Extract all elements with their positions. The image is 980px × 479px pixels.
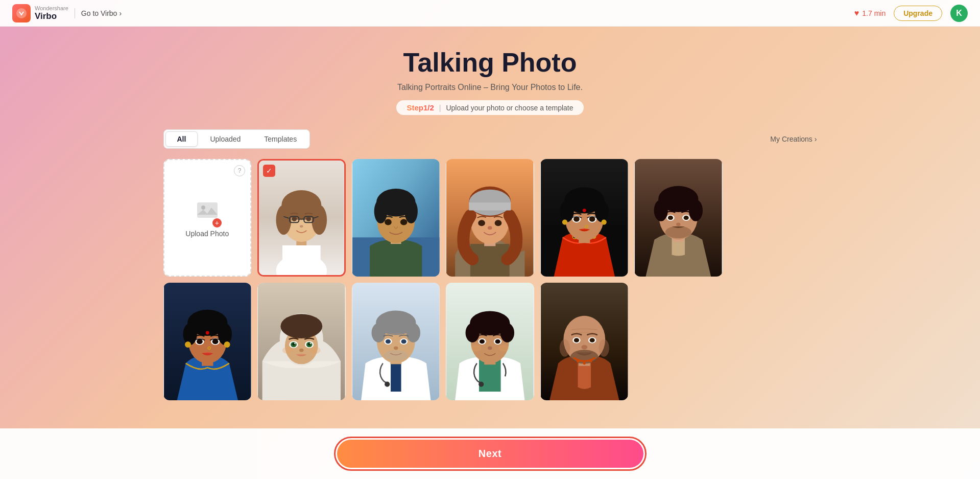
tab-uploaded[interactable]: Uploaded <box>199 131 252 147</box>
svg-point-44 <box>560 200 573 222</box>
svg-point-121 <box>495 339 500 344</box>
portrait-card-man-vest[interactable] <box>634 159 723 277</box>
svg-point-117 <box>500 323 514 342</box>
portrait-image-doctor-female <box>446 283 534 400</box>
chevron-right-icon: › <box>119 9 122 17</box>
go-to-virbo-link[interactable]: Go to Virbo › <box>81 9 122 17</box>
photo-grid-row-1: ? + Upload Photo ✓ <box>163 159 817 277</box>
svg-point-105 <box>385 339 390 344</box>
next-button[interactable]: Next <box>337 440 643 468</box>
svg-point-137 <box>583 362 586 364</box>
help-icon[interactable]: ? <box>234 165 245 176</box>
svg-point-75 <box>196 339 202 344</box>
svg-point-46 <box>583 209 586 212</box>
portrait-image-woman-blue <box>163 283 252 400</box>
logo-brand: Wondershare <box>35 5 68 11</box>
svg-point-77 <box>212 339 218 344</box>
svg-point-0 <box>16 8 27 18</box>
portrait-image-girl-scarf <box>446 159 534 277</box>
svg-point-35 <box>478 220 485 226</box>
time-badge: ♥ 1.7 min <box>854 9 886 18</box>
svg-point-95 <box>310 347 320 354</box>
svg-point-50 <box>589 216 595 221</box>
svg-rect-1 <box>197 202 218 218</box>
page-title: Talking Photo <box>163 47 817 78</box>
svg-point-65 <box>676 222 681 226</box>
svg-point-92 <box>310 343 312 344</box>
svg-point-79 <box>224 341 230 348</box>
portrait-card-elder-man[interactable] <box>540 283 629 400</box>
check-mark-icon: ✓ <box>263 165 275 177</box>
portrait-card-woman-wrap[interactable] <box>257 283 346 400</box>
svg-point-129 <box>599 339 609 357</box>
svg-point-36 <box>495 220 502 226</box>
svg-point-98 <box>385 382 390 387</box>
svg-point-2 <box>201 206 205 210</box>
logo: Wondershare Virbo <box>12 4 68 22</box>
logo-icon <box>12 4 31 22</box>
svg-point-103 <box>406 323 420 342</box>
svg-point-134 <box>581 345 587 350</box>
svg-point-63 <box>684 216 689 220</box>
portrait-image-woman-wrap <box>257 283 346 400</box>
svg-point-93 <box>299 349 304 352</box>
svg-point-27 <box>400 219 407 225</box>
svg-point-78 <box>184 341 190 348</box>
portrait-image-man-vest <box>634 159 723 277</box>
upload-label: Upload Photo <box>185 230 229 238</box>
svg-point-53 <box>601 219 606 224</box>
svg-point-25 <box>404 199 418 223</box>
filter-tabs: All Uploaded Templates <box>163 129 310 149</box>
header: Wondershare Virbo Go to Virbo › ♥ 1.7 mi… <box>0 0 980 27</box>
tab-all[interactable]: All <box>165 131 198 147</box>
portrait-card-young-male[interactable] <box>352 159 440 277</box>
avatar: K <box>950 5 968 22</box>
portrait-image-selected <box>259 161 344 275</box>
svg-point-52 <box>562 219 567 224</box>
tab-templates[interactable]: Templates <box>253 131 308 147</box>
portrait-card-woman-blue[interactable] <box>163 283 252 400</box>
svg-point-124 <box>499 345 509 352</box>
upload-plus-icon: + <box>212 218 222 227</box>
svg-point-122 <box>488 347 492 350</box>
svg-point-24 <box>374 199 387 223</box>
svg-rect-34 <box>469 202 511 210</box>
svg-point-10 <box>312 205 327 235</box>
filter-row: All Uploaded Templates My Creations › <box>163 129 817 149</box>
portrait-card-doctor-male[interactable] <box>352 283 440 400</box>
next-button-wrapper: Next <box>334 437 647 471</box>
hero-section: Talking Photo Talking Portraits Online –… <box>163 47 817 115</box>
portrait-card-woman-red[interactable] <box>540 159 629 277</box>
svg-rect-5 <box>282 245 321 275</box>
svg-point-45 <box>595 200 609 222</box>
step-description: Upload your photo or choose a template <box>446 104 573 112</box>
portrait-image-young-male <box>352 159 440 277</box>
logo-text: Wondershare Virbo <box>35 5 68 21</box>
svg-point-84 <box>280 314 322 338</box>
svg-point-17 <box>306 217 311 221</box>
svg-point-108 <box>394 347 398 350</box>
svg-point-112 <box>479 382 484 387</box>
header-divider <box>75 8 75 18</box>
svg-point-116 <box>466 323 480 342</box>
portrait-card-girl-scarf[interactable] <box>446 159 534 277</box>
svg-point-133 <box>589 338 594 343</box>
logo-product: Virbo <box>35 11 57 21</box>
time-value: 1.7 min <box>862 9 886 17</box>
upgrade-button[interactable]: Upgrade <box>894 6 942 21</box>
portrait-card-selected[interactable]: ✓ <box>257 159 346 277</box>
svg-point-123 <box>471 345 481 352</box>
svg-point-138 <box>589 360 592 362</box>
svg-point-61 <box>668 216 673 220</box>
svg-point-37 <box>488 226 492 230</box>
heart-icon: ♥ <box>854 9 859 18</box>
svg-point-9 <box>276 205 292 235</box>
svg-point-58 <box>654 199 668 221</box>
svg-point-136 <box>577 360 579 362</box>
portrait-image-woman-red <box>540 159 629 277</box>
my-creations-link[interactable]: My Creations › <box>770 135 817 143</box>
portrait-card-doctor-female[interactable] <box>446 283 534 400</box>
svg-point-91 <box>294 343 296 344</box>
photo-grid-row-2 <box>163 283 817 400</box>
upload-card[interactable]: ? + Upload Photo <box>163 159 252 277</box>
